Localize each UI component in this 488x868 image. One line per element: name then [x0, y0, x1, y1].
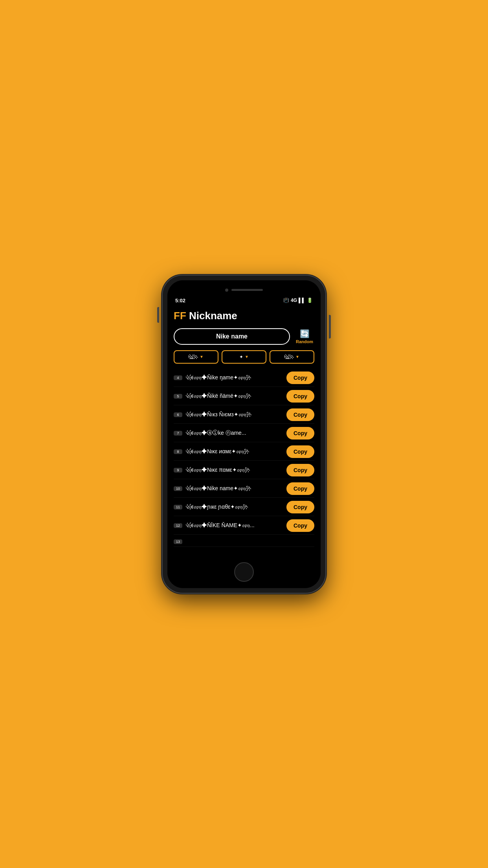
app-title: FF Nickname — [174, 310, 314, 322]
item-text-8: ꧁ℭ𝔬𝔭𝔶✦Nικε иαмε✦𝔬𝔭𝔶꧂ — [185, 448, 286, 456]
filter-button-2[interactable]: ✦ ▼ — [222, 350, 266, 364]
item-text-11: ꧁ℭ𝔬𝔭𝔶✦ɲιкε ɲαθε✦𝔬𝔭𝔶꧂ — [185, 503, 286, 511]
copy-button-7[interactable]: Copy — [286, 427, 314, 440]
signal-icon: ▌▌ — [299, 298, 305, 303]
search-input[interactable] — [174, 328, 290, 345]
item-left-8: 8 ꧁ℭ𝔬𝔭𝔶✦Nικε иαмε✦𝔬𝔭𝔶꧂ — [174, 448, 286, 456]
item-text-9: ꧁ℭ𝔬𝔭𝔶✦Nικε παмε✦𝔬𝔭𝔶꧂ — [185, 466, 286, 474]
vibrate-icon: 📳 — [283, 298, 289, 303]
status-bar: 5:02 📳 4G ▌▌ 🔋 — [167, 296, 321, 306]
copy-button-10[interactable]: Copy — [286, 482, 314, 495]
item-number-4: 4 — [174, 375, 182, 380]
item-text-12: ꧁ℭ𝔬𝔭𝔶✦ŇĪKE ŇAME✦𝔬𝔭𝔶... — [185, 522, 286, 530]
table-row: 12 ꧁ℭ𝔬𝔭𝔶✦ŇĪKE ŇAME✦𝔬𝔭𝔶... Copy — [174, 517, 314, 535]
copy-button-6[interactable]: Copy — [286, 408, 314, 421]
side-button-right — [329, 315, 331, 338]
phone-frame: 5:02 📳 4G ▌▌ 🔋 FF Nickname 🔄 Random — [163, 276, 325, 593]
random-button[interactable]: 🔄 Random — [295, 329, 314, 344]
table-row: 13 — [174, 535, 314, 547]
item-number-5: 5 — [174, 394, 182, 399]
item-left-4: 4 ꧁ℭ𝔬𝔭𝔶✦Ňike ŋame✦𝔬𝔭𝔶꧂ — [174, 374, 286, 382]
nickname-list: 4 ꧁ℭ𝔬𝔭𝔶✦Ňike ŋame✦𝔬𝔭𝔶꧂ Copy 5 ꧁ℭ𝔬𝔭𝔶✦Ñikë… — [174, 369, 314, 547]
table-row: 8 ꧁ℭ𝔬𝔭𝔶✦Nικε иαмε✦𝔬𝔭𝔶꧂ Copy — [174, 443, 314, 461]
phone-bottom — [167, 557, 321, 588]
item-text-5: ꧁ℭ𝔬𝔭𝔶✦Ñikë ñämë✦𝔬𝔭𝔶꧂ — [185, 392, 286, 400]
item-left-6: 6 ꧁ℭ𝔬𝔭𝔶✦Ňıкз Ňıємз✦𝔬𝔭𝔶꧂ — [174, 411, 286, 419]
item-left-7: 7 ꧁ℭ𝔬𝔭𝔶✦Ⓝ①ke ⓝame... — [174, 429, 286, 437]
table-row: 7 ꧁ℭ𝔬𝔭𝔶✦Ⓝ①ke ⓝame... Copy — [174, 425, 314, 442]
filter-1-label: ꧁ꦿ꧂ — [189, 354, 198, 360]
copy-button-11[interactable]: Copy — [286, 501, 314, 513]
filter-row: ꧁ꦿ꧂ ▼ ✦ ▼ ꧁ꦿ꧂ ▼ — [174, 350, 314, 364]
table-row: 9 ꧁ℭ𝔬𝔭𝔶✦Nικε παмε✦𝔬𝔭𝔶꧂ Copy — [174, 462, 314, 479]
network-icon: 4G — [291, 298, 297, 303]
camera-dot — [225, 289, 228, 292]
copy-button-5[interactable]: Copy — [286, 390, 314, 403]
filter-3-label: ꧁ꦿ꧂ — [284, 354, 294, 360]
item-left-9: 9 ꧁ℭ𝔬𝔭𝔶✦Nικε παмε✦𝔬𝔭𝔶꧂ — [174, 466, 286, 474]
item-number-12: 12 — [174, 523, 182, 528]
copy-button-9[interactable]: Copy — [286, 464, 314, 476]
item-number-13: 13 — [174, 539, 182, 544]
search-row: 🔄 Random — [174, 328, 314, 345]
table-row: 11 ꧁ℭ𝔬𝔭𝔶✦ɲιкε ɲαθε✦𝔬𝔭𝔶꧂ Copy — [174, 498, 314, 516]
status-icons: 📳 4G ▌▌ 🔋 — [283, 298, 313, 303]
filter-1-arrow: ▼ — [200, 355, 204, 359]
random-icon: 🔄 — [300, 329, 310, 338]
status-time: 5:02 — [175, 298, 185, 303]
item-number-7: 7 — [174, 431, 182, 436]
screen-content: FF Nickname 🔄 Random ꧁ꦿ꧂ ▼ ✦ ▼ — [167, 306, 321, 557]
home-button[interactable] — [234, 562, 254, 582]
table-row: 6 ꧁ℭ𝔬𝔭𝔶✦Ňıкз Ňıємз✦𝔬𝔭𝔶꧂ Copy — [174, 406, 314, 424]
filter-2-label: ✦ — [239, 354, 243, 360]
notch-center — [225, 289, 263, 292]
item-number-10: 10 — [174, 486, 182, 491]
item-text-4: ꧁ℭ𝔬𝔭𝔶✦Ňike ŋame✦𝔬𝔭𝔶꧂ — [185, 374, 286, 382]
copy-button-8[interactable]: Copy — [286, 445, 314, 458]
phone-screen: 5:02 📳 4G ▌▌ 🔋 FF Nickname 🔄 Random — [167, 280, 321, 588]
filter-button-3[interactable]: ꧁ꦿ꧂ ▼ — [270, 350, 314, 364]
random-label: Random — [296, 339, 313, 344]
copy-button-4[interactable]: Copy — [286, 371, 314, 384]
item-number-9: 9 — [174, 468, 182, 473]
table-row: 10 ꧁ℭ𝔬𝔭𝔶✦Nike name✦𝔬𝔭𝔶꧂ Copy — [174, 480, 314, 498]
table-row: 5 ꧁ℭ𝔬𝔭𝔶✦Ñikë ñämë✦𝔬𝔭𝔶꧂ Copy — [174, 388, 314, 405]
item-left-13: 13 — [174, 538, 314, 544]
app-title-suffix: Nickname — [186, 310, 237, 322]
item-left-5: 5 ꧁ℭ𝔬𝔭𝔶✦Ñikë ñämë✦𝔬𝔭𝔶꧂ — [174, 392, 286, 400]
item-left-11: 11 ꧁ℭ𝔬𝔭𝔶✦ɲιкε ɲαθε✦𝔬𝔭𝔶꧂ — [174, 503, 286, 511]
item-number-6: 6 — [174, 412, 182, 417]
app-title-prefix: FF — [174, 310, 186, 322]
item-text-10: ꧁ℭ𝔬𝔭𝔶✦Nike name✦𝔬𝔭𝔶꧂ — [185, 485, 286, 493]
table-row: 4 ꧁ℭ𝔬𝔭𝔶✦Ňike ŋame✦𝔬𝔭𝔶꧂ Copy — [174, 369, 314, 387]
copy-button-12[interactable]: Copy — [286, 519, 314, 532]
item-left-10: 10 ꧁ℭ𝔬𝔭𝔶✦Nike name✦𝔬𝔭𝔶꧂ — [174, 485, 286, 493]
item-left-12: 12 ꧁ℭ𝔬𝔭𝔶✦ŇĪKE ŇAME✦𝔬𝔭𝔶... — [174, 522, 286, 530]
side-button-left — [157, 307, 159, 323]
speaker-bar — [231, 289, 263, 291]
filter-button-1[interactable]: ꧁ꦿ꧂ ▼ — [174, 350, 218, 364]
filter-2-arrow: ▼ — [245, 355, 249, 359]
filter-3-arrow: ▼ — [295, 355, 299, 359]
item-text-7: ꧁ℭ𝔬𝔭𝔶✦Ⓝ①ke ⓝame... — [185, 429, 286, 437]
item-text-6: ꧁ℭ𝔬𝔭𝔶✦Ňıкз Ňıємз✦𝔬𝔭𝔶꧂ — [185, 411, 286, 419]
notch-area — [167, 280, 321, 296]
item-number-11: 11 — [174, 505, 182, 509]
item-number-8: 8 — [174, 449, 182, 454]
battery-icon: 🔋 — [307, 298, 313, 303]
